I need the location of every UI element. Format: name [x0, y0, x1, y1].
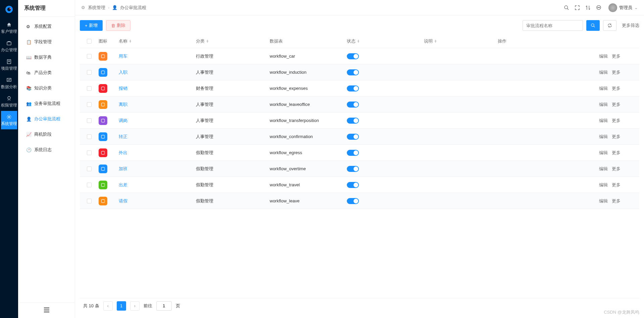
nav-rail-item[interactable]: 系统管理: [1, 111, 17, 129]
search-button[interactable]: [586, 20, 600, 31]
status-switch[interactable]: [347, 182, 359, 188]
status-switch[interactable]: [347, 166, 359, 172]
sidebar-item[interactable]: ⚙系统配置: [18, 19, 75, 34]
more-link[interactable]: 更多: [612, 150, 621, 156]
search-icon[interactable]: [564, 5, 570, 11]
sidebar-item[interactable]: 📖数据字典: [18, 50, 75, 65]
row-name-link[interactable]: 入职: [119, 69, 127, 75]
sort-icon[interactable]: ▲▼: [434, 40, 437, 43]
more-filter-link[interactable]: 更多筛选: [622, 22, 639, 28]
search-input[interactable]: [523, 20, 583, 31]
page-number[interactable]: 1: [117, 301, 126, 311]
row-icon: [99, 84, 107, 93]
more-link[interactable]: 更多: [612, 166, 621, 172]
delete-button[interactable]: 🗑 删除: [106, 20, 130, 31]
more-link[interactable]: 更多: [612, 102, 621, 108]
sidebar-item[interactable]: 📈商机阶段: [18, 127, 75, 142]
row-checkbox[interactable]: [87, 86, 92, 91]
sort-icon[interactable]: ▲▼: [357, 40, 360, 43]
col-name[interactable]: 名称: [119, 38, 127, 44]
edit-link[interactable]: 编辑: [599, 69, 608, 75]
add-button[interactable]: + 新增: [80, 20, 103, 31]
row-checkbox[interactable]: [87, 150, 92, 155]
more-link[interactable]: 更多: [612, 198, 621, 204]
row-icon: [99, 165, 107, 173]
row-name-link[interactable]: 外出: [119, 150, 127, 156]
row-name-link[interactable]: 调岗: [119, 118, 127, 124]
status-switch[interactable]: [347, 85, 359, 91]
more-link[interactable]: 更多: [612, 69, 621, 75]
goto-page-input[interactable]: [156, 301, 172, 311]
edit-link[interactable]: 编辑: [599, 182, 608, 188]
status-switch[interactable]: [347, 150, 359, 156]
row-table: workflow_transferposition: [270, 118, 319, 123]
status-switch[interactable]: [347, 53, 359, 59]
row-checkbox[interactable]: [87, 102, 92, 107]
edit-link[interactable]: 编辑: [599, 118, 608, 124]
row-name-link[interactable]: 转正: [119, 134, 127, 140]
status-switch[interactable]: [347, 118, 359, 124]
sidebar-item[interactable]: 📋字段管理: [18, 34, 75, 50]
status-switch[interactable]: [347, 134, 359, 140]
row-checkbox[interactable]: [87, 199, 92, 203]
edit-link[interactable]: 编辑: [599, 150, 608, 156]
row-checkbox[interactable]: [87, 167, 92, 171]
sidebar-item[interactable]: 🛍产品分类: [18, 65, 75, 80]
fullscreen-icon[interactable]: [574, 5, 580, 11]
nav-rail-item[interactable]: 办公管理: [1, 37, 17, 56]
more-link[interactable]: 更多: [612, 53, 621, 59]
row-name-link[interactable]: 离职: [119, 102, 127, 108]
nav-rail-item[interactable]: 数据分析: [1, 74, 17, 92]
edit-link[interactable]: 编辑: [599, 166, 608, 172]
col-status[interactable]: 状态: [347, 38, 356, 44]
row-name-link[interactable]: 加班: [119, 166, 127, 172]
sidebar-item[interactable]: 👤办公审批流程: [18, 111, 75, 127]
sort-icon[interactable]: ▲▼: [206, 40, 209, 43]
status-switch[interactable]: [347, 198, 359, 204]
select-all-checkbox[interactable]: [87, 39, 92, 44]
edit-link[interactable]: 编辑: [599, 85, 608, 91]
sidebar-collapse-button[interactable]: [44, 308, 49, 313]
status-switch[interactable]: [347, 69, 359, 75]
row-category: 行政管理: [196, 53, 213, 59]
sort-icon[interactable]: ▲▼: [129, 40, 132, 43]
sidebar-item[interactable]: 👥业务审批流程: [18, 96, 75, 111]
col-desc[interactable]: 说明: [424, 38, 433, 44]
edit-link[interactable]: 编辑: [599, 102, 608, 108]
user-menu[interactable]: 管理员 ⌄: [608, 3, 638, 12]
status-switch[interactable]: [347, 102, 359, 108]
row-icon: [99, 197, 107, 205]
nav-rail-item[interactable]: 客户管理: [1, 19, 17, 37]
next-page-button[interactable]: ›: [130, 301, 140, 311]
nav-icon: [6, 22, 12, 27]
table-row: 离职人事管理workflow_leaveoffice编辑更多: [80, 97, 639, 113]
nav-rail-item[interactable]: 权限管理: [1, 92, 17, 111]
edit-link[interactable]: 编辑: [599, 198, 608, 204]
transfer-icon[interactable]: [585, 5, 591, 11]
row-checkbox[interactable]: [87, 70, 92, 75]
more-link[interactable]: 更多: [612, 134, 621, 140]
sidebar-item[interactable]: 📚知识分类: [18, 80, 75, 96]
svg-rect-20: [101, 167, 104, 170]
row-name-link[interactable]: 报销: [119, 85, 127, 91]
row-name-link[interactable]: 用车: [119, 53, 127, 59]
col-category[interactable]: 分类: [196, 38, 205, 44]
breadcrumb-item[interactable]: 系统管理: [88, 5, 105, 11]
edit-link[interactable]: 编辑: [599, 134, 608, 140]
nav-rail-item[interactable]: 项目管理: [1, 56, 17, 74]
prev-page-button[interactable]: ‹: [103, 301, 113, 311]
row-name-link[interactable]: 请假: [119, 198, 127, 204]
row-checkbox[interactable]: [87, 134, 92, 139]
breadcrumb-item[interactable]: 办公审批流程: [120, 5, 146, 11]
more-link[interactable]: 更多: [612, 182, 621, 188]
more-link[interactable]: 更多: [612, 85, 621, 91]
row-checkbox[interactable]: [87, 118, 92, 123]
refresh-button[interactable]: [603, 20, 616, 31]
sidebar-item[interactable]: 🕐系统日志: [18, 142, 75, 157]
more-link[interactable]: 更多: [612, 118, 621, 124]
row-name-link[interactable]: 出差: [119, 182, 127, 188]
edit-link[interactable]: 编辑: [599, 53, 608, 59]
row-checkbox[interactable]: [87, 54, 92, 59]
message-icon[interactable]: [596, 5, 602, 11]
row-checkbox[interactable]: [87, 183, 92, 187]
